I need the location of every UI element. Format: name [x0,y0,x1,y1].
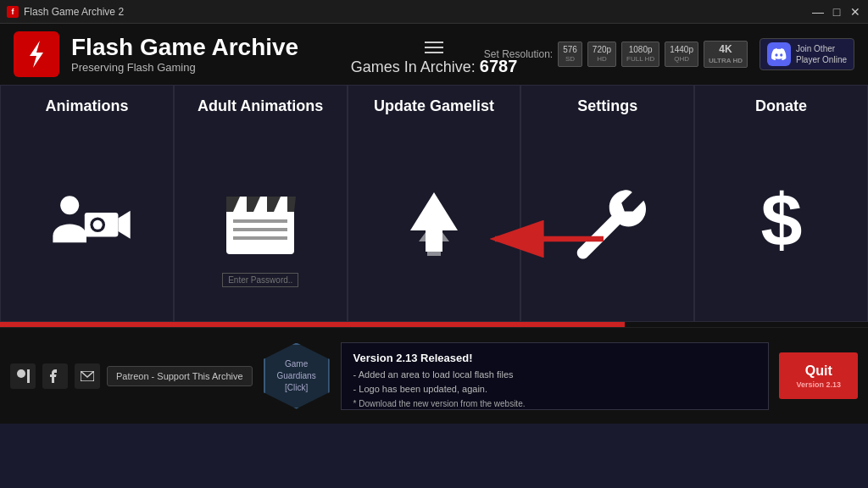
svg-text:$: $ [760,180,802,262]
hamburger-line-3 [425,52,443,53]
news-item-1: - Added an area to load local flash file… [353,368,757,383]
progress-bar-container [0,322,868,327]
hamburger-line-1 [425,42,443,43]
wrench-icon [570,184,646,260]
tile-update-gamelist[interactable]: Update Gamelist [348,85,521,322]
header-right: Set Resolution: 576SD 720pHD 1080pFULL H… [484,38,854,70]
news-title: Version 2.13 Released! [353,352,757,364]
guardian-badge[interactable]: Game Guardians [Click] [263,338,331,414]
discord-button[interactable]: Join OtherPlayer Online [760,38,854,70]
nav-tiles: Animations Adult Animations [0,85,868,322]
res-1440-button[interactable]: 1440pQHD [665,42,698,66]
password-input[interactable] [222,273,298,287]
tile-animations-icon-area [40,122,133,321]
tile-donate[interactable]: Donate $ [694,85,868,322]
flash-logo [14,31,59,77]
quit-button[interactable]: Quit Version 2.13 [779,352,858,399]
tile-donate-icon-area: $ [748,122,815,321]
res-4k-button[interactable]: 4KULTRA HD [704,41,748,68]
guardian-text: Game Guardians [Click] [277,358,316,394]
header-branding: Flash Game Archive Preserving Flash Gami… [14,31,298,77]
news-box: Version 2.13 Released! - Added an area t… [341,342,770,410]
tile-update-gamelist-title: Update Gamelist [367,86,501,122]
footer-social: Patreon - Support This Archive [10,363,253,389]
upload-icon [392,184,476,260]
resolution-controls: Set Resolution: 576SD 720pHD 1080pFULL H… [484,41,748,68]
res-1080-button[interactable]: 1080pFULL HD [621,42,659,66]
dollar-icon: $ [748,180,815,264]
svg-marker-11 [287,197,296,212]
svg-rect-13 [233,228,287,231]
patreon-button[interactable]: Patreon - Support This Archive [107,366,253,386]
facebook-icon[interactable] [42,363,68,389]
tile-adult-animations[interactable]: Adult Animations [174,85,348,322]
app-header: Flash Game Archive Preserving Flash Gami… [0,24,868,85]
svg-rect-21 [27,369,30,383]
tile-animations-title: Animations [38,86,135,122]
tile-update-gamelist-icon-area [392,122,476,321]
tile-settings-icon-area [570,122,646,321]
tile-adult-animations-title: Adult Animations [191,86,330,122]
news-download: * Download the new version from the webs… [353,399,757,408]
news-item-2: - Logo has been updated, again. [353,382,757,397]
tile-adult-animations-icon-area [218,122,303,321]
window-title: Flash Game Archive 2 [24,6,124,18]
app-subtitle: Preserving Flash Gaming [71,61,298,74]
games-count-display: Games In Archive: 6787 [351,57,518,76]
minimize-button[interactable]: — [812,6,824,18]
camera-icon [40,184,133,260]
progress-bar [0,322,625,327]
tile-settings-title: Settings [570,86,644,122]
flash-icon-small: f [7,6,19,18]
svg-rect-12 [233,219,287,223]
res-720-button[interactable]: 720pHD [587,42,616,66]
svg-marker-0 [30,41,43,68]
svg-point-1 [61,196,80,214]
tile-donate-title: Donate [748,86,814,122]
svg-rect-14 [233,236,287,240]
res-576-button[interactable]: 576SD [558,42,582,66]
header-text: Flash Game Archive Preserving Flash Gami… [71,35,298,74]
maximize-button[interactable]: □ [831,6,843,18]
hamburger-line-2 [425,47,443,48]
title-bar-left: f Flash Game Archive 2 [7,6,124,18]
clapperboard-icon [218,184,303,260]
tile-settings[interactable]: Settings [520,85,694,322]
discord-icon [767,42,791,66]
svg-point-20 [17,369,25,378]
close-button[interactable]: ✕ [849,6,861,18]
title-bar: f Flash Game Archive 2 — □ ✕ [0,0,868,24]
version-label: Version 2.13 [796,380,841,389]
svg-point-5 [93,219,103,229]
games-number: 6787 [480,57,518,75]
window-controls[interactable]: — □ ✕ [812,6,861,18]
discord-label: Join OtherPlayer Online [796,43,847,65]
patreon-icon[interactable] [10,363,36,389]
app-title: Flash Game Archive [71,35,298,61]
app-footer: Patreon - Support This Archive Game Guar… [0,327,868,424]
tile-animations[interactable]: Animations [0,85,174,322]
email-icon[interactable] [75,363,100,389]
svg-marker-3 [119,210,131,238]
